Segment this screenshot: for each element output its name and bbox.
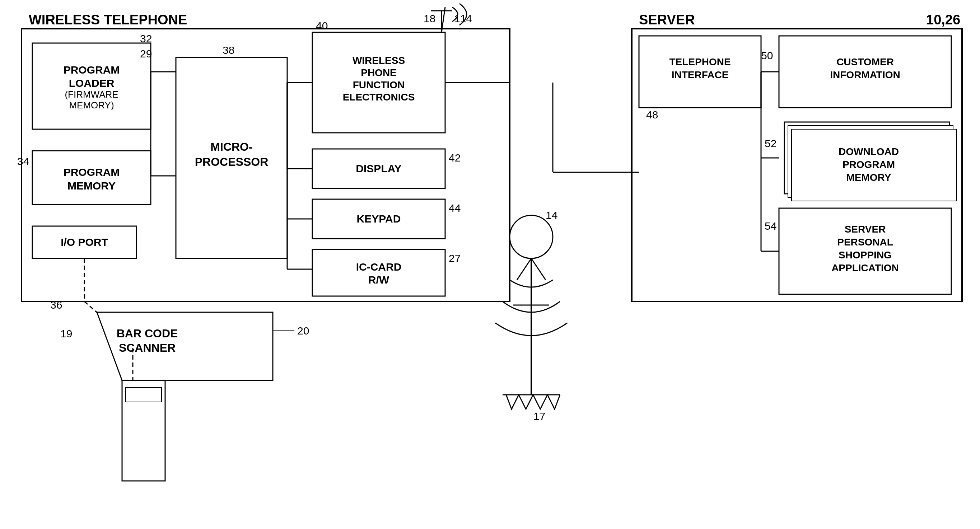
svg-text:32: 32 (140, 33, 152, 44)
svg-text:20: 20 (297, 325, 309, 337)
svg-text:MICRO-: MICRO- (210, 140, 252, 153)
svg-text:50: 50 (761, 49, 773, 61)
svg-text:LOADER: LOADER (69, 77, 115, 89)
svg-text:(FIRMWARE: (FIRMWARE (65, 89, 118, 100)
svg-text:DOWNLOAD: DOWNLOAD (838, 146, 899, 157)
svg-text:CUSTOMER: CUSTOMER (837, 56, 894, 67)
svg-text:34: 34 (17, 156, 29, 167)
svg-text:17: 17 (533, 410, 545, 422)
svg-text:52: 52 (765, 137, 776, 149)
svg-text:DISPLAY: DISPLAY (356, 162, 401, 175)
svg-text:INTERFACE: INTERFACE (671, 69, 729, 80)
svg-text:I/O PORT: I/O PORT (60, 236, 108, 248)
svg-text:PROGRAM: PROGRAM (64, 166, 120, 178)
svg-text:PROGRAM: PROGRAM (64, 64, 120, 76)
svg-text:19: 19 (60, 328, 72, 340)
svg-text:PHONE: PHONE (361, 67, 397, 78)
svg-point-59 (510, 215, 553, 258)
svg-text:27: 27 (449, 252, 461, 264)
svg-text:SCANNER: SCANNER (119, 341, 175, 354)
svg-text:38: 38 (223, 44, 234, 56)
svg-text:IC-CARD: IC-CARD (356, 261, 402, 273)
svg-text:18: 18 (423, 13, 436, 24)
diagram-container: WIRELESS TELEPHONE SERVER 10,26 PROGRAM … (0, 0, 980, 529)
svg-text:BAR CODE: BAR CODE (117, 327, 178, 340)
svg-text:PROGRAM: PROGRAM (843, 159, 895, 170)
svg-text:SERVER: SERVER (845, 224, 886, 235)
svg-text:29: 29 (140, 48, 152, 60)
svg-text:PROCESSOR: PROCESSOR (195, 156, 268, 168)
svg-text:FUNCTION: FUNCTION (353, 79, 405, 91)
svg-text:40: 40 (316, 20, 328, 32)
diagram-svg: WIRELESS TELEPHONE SERVER 10,26 PROGRAM … (0, 0, 980, 529)
svg-text:WIRELESS TELEPHONE: WIRELESS TELEPHONE (29, 12, 187, 27)
svg-text:INFORMATION: INFORMATION (830, 69, 900, 80)
svg-text:36: 36 (50, 299, 62, 311)
svg-text:MEMORY): MEMORY) (69, 100, 114, 111)
svg-text:SHOPPING: SHOPPING (838, 249, 892, 261)
svg-text:SERVER: SERVER (639, 12, 695, 27)
svg-text:ELECTRONICS: ELECTRONICS (343, 92, 415, 103)
svg-text:48: 48 (646, 109, 658, 121)
svg-text:APPLICATION: APPLICATION (831, 262, 899, 273)
svg-text:TELEPHONE: TELEPHONE (669, 56, 730, 67)
svg-text:KEYPAD: KEYPAD (357, 213, 401, 225)
svg-text:MEMORY: MEMORY (846, 172, 891, 183)
svg-text:R/W: R/W (368, 274, 390, 286)
svg-text:44: 44 (449, 202, 461, 214)
svg-text:10,26: 10,26 (926, 12, 960, 27)
svg-rect-42 (312, 249, 445, 296)
svg-text:PERSONAL: PERSONAL (837, 237, 893, 248)
svg-rect-100 (126, 388, 162, 402)
svg-text:14: 14 (546, 209, 557, 221)
svg-text:42: 42 (449, 152, 461, 164)
svg-text:WIRELESS: WIRELESS (353, 55, 405, 66)
svg-text:54: 54 (765, 220, 776, 232)
svg-text:MEMORY: MEMORY (67, 180, 116, 192)
